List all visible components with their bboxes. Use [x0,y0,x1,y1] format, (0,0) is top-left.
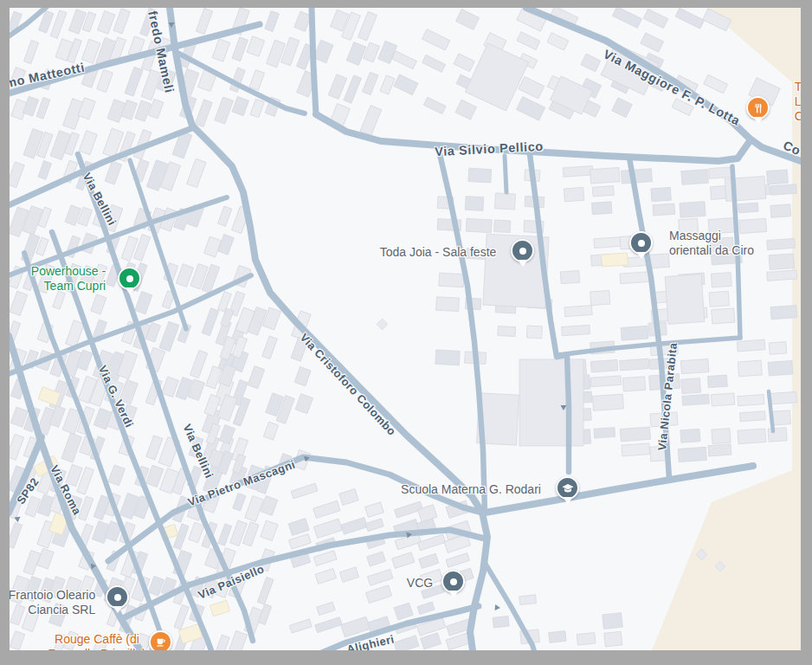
building [37,548,55,569]
building [10,291,28,315]
building [68,10,86,34]
building [189,522,204,543]
building [91,294,106,314]
building [392,51,417,69]
building [250,99,264,117]
building [289,534,312,550]
building [590,376,621,387]
building [590,167,621,184]
building [495,193,516,210]
building [435,350,460,365]
poi-label-frantoio-ciancia[interactable]: Frantoio Oleario Ciancia SRL [10,588,95,617]
building [767,270,797,281]
building [602,253,628,267]
building [78,98,95,119]
building [417,602,435,614]
building [436,297,460,312]
building [466,218,492,232]
map-canvas[interactable]: fredo Mamelimo MatteottiVia Maggiore F. … [10,8,801,650]
building [394,636,419,650]
building [768,428,787,442]
building [738,429,766,444]
building [216,635,229,650]
map-base-layer [10,8,801,650]
building [590,290,610,305]
building [711,393,734,406]
building [203,236,221,257]
building [564,306,592,317]
vcg-pin-marker-icon[interactable] [441,570,465,593]
building [315,617,342,633]
building [468,168,492,183]
building [368,569,393,585]
frantoio-ciancia-pin-marker-icon[interactable] [106,585,129,609]
building [105,161,121,184]
trattoria-la-pin-restaurant-icon[interactable] [746,96,770,119]
building [498,326,516,337]
building [196,8,212,34]
building [767,170,789,184]
building [770,306,797,320]
building [394,74,418,95]
toda-joia-pin-marker-icon[interactable] [511,239,534,262]
building [317,602,336,615]
building [581,54,601,72]
building [707,375,727,388]
poi-label-toda-joia[interactable]: Toda Joia - Sala feste [380,245,497,260]
building [247,36,265,56]
building [591,202,612,215]
building [770,184,796,196]
building [98,11,115,35]
building [360,106,382,136]
building [394,603,413,620]
building [209,600,229,617]
building [767,238,796,249]
building [313,500,340,518]
building [53,291,66,309]
building [79,131,97,155]
building [262,336,278,359]
building [232,37,248,61]
building [289,619,312,633]
poi-label-massaggi-ciro[interactable]: Massaggi orientali da Ciro [669,229,754,258]
poi-label-powerhouse-cupri[interactable]: Powerhouse - Team Cupri [31,264,106,294]
powerhouse-cupri-pin-marker-icon[interactable] [118,267,141,290]
building [709,291,729,307]
building [519,76,545,99]
building [313,551,337,566]
building [313,40,333,62]
building [377,319,388,330]
pin-dot-icon [450,578,457,585]
building [604,631,622,647]
poi-label-vcg[interactable]: VCG [407,576,433,591]
building [418,534,446,551]
road [505,156,506,192]
building [519,359,583,446]
building [738,203,758,213]
rouge-caffe-pin-cafe-icon[interactable] [149,630,172,650]
building [446,553,469,568]
poi-label-scuola-rodari[interactable]: Scuola Materna G. Rodari [401,482,541,497]
building [547,33,569,50]
building [517,32,540,50]
building [365,519,383,532]
building [261,496,278,516]
poi-label-rouge-caffe[interactable]: Rouge Caffè (di Frascella Priscilla) [48,632,146,650]
building [257,577,274,604]
building [651,187,671,201]
building [612,98,633,118]
building [621,169,652,184]
building [10,434,24,460]
building [517,97,545,121]
road [316,114,750,161]
building [195,100,212,127]
scuola-rodari-pin-school-icon[interactable] [556,476,579,500]
massaggi-ciro-pin-marker-icon[interactable] [629,231,653,255]
poi-label-trattoria-la[interactable]: Trat La C [795,80,801,124]
building [422,29,450,50]
building [339,567,358,582]
building [665,274,705,325]
building [97,69,113,92]
building [364,42,380,62]
building [562,325,590,335]
